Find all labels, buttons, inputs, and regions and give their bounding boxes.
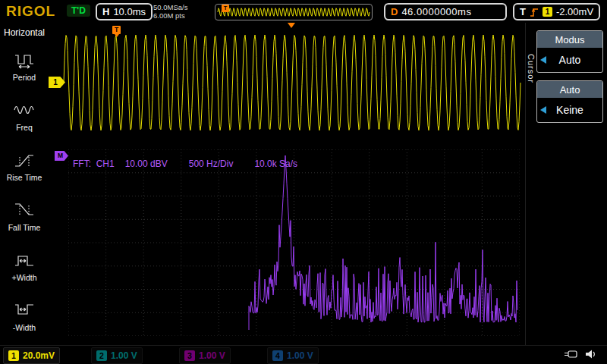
menu-item-label: -Width <box>13 323 36 332</box>
left-sidebar: Horizontal Period Freq Rise <box>0 23 49 345</box>
channel-2-status[interactable]: 2 1.00 V <box>91 347 143 364</box>
memory-depth: 6.00M pts <box>153 11 187 20</box>
channel-4-scale: 1.00 V <box>287 350 313 361</box>
rise-time-icon <box>13 151 36 169</box>
channel-3-badge: 3 <box>184 350 195 361</box>
fft-sample-rate: 10.0k Sa/s <box>254 158 297 169</box>
freq-icon <box>13 101 36 119</box>
fft-plot <box>68 149 520 336</box>
menu-item-label: Fall Time <box>8 223 41 232</box>
math-channel-marker[interactable]: M <box>55 151 68 161</box>
softkey-header: Auto <box>537 81 602 98</box>
waveform-thumbnail[interactable]: T <box>215 4 373 20</box>
softkey-header: Modus <box>537 31 602 48</box>
channel-1-scale: 20.0mV <box>23 350 55 361</box>
trigger-position-indicator[interactable] <box>288 23 295 28</box>
plus-width-icon <box>13 251 36 269</box>
menu-item-label: +Width <box>12 273 37 282</box>
delay-value: 46.0000000ms <box>401 6 471 17</box>
ch1-waveform <box>49 23 525 144</box>
delay-box[interactable]: D 46.0000000ms <box>384 3 507 20</box>
channel-4-status[interactable]: 4 1.00 V <box>267 347 319 364</box>
channel-2-scale: 1.00 V <box>111 350 137 361</box>
selection-arrow-icon <box>540 56 546 64</box>
channel-1-status[interactable]: 1 20.0mV <box>3 347 60 364</box>
menu-item-rise-time[interactable]: Rise Time <box>0 141 49 191</box>
selection-arrow-icon <box>540 106 546 114</box>
trigger-status-badge: T'D <box>67 5 90 17</box>
h-label: H <box>102 6 109 17</box>
t-label: T <box>520 6 526 17</box>
period-icon <box>13 51 36 69</box>
thumbnail-waveform <box>216 5 371 19</box>
status-icons <box>563 348 596 360</box>
channel-1-badge: 1 <box>8 350 19 361</box>
softkey-value: Auto <box>559 54 581 66</box>
trigger-level-marker[interactable]: T <box>112 26 121 34</box>
fft-scale: 10.00 dBV <box>125 158 168 169</box>
left-menu-title: Horizontal <box>0 23 49 38</box>
fft-settings-label: FFT: CH1 10.00 dBV 500 Hz/Div 10.0k Sa/s <box>73 158 297 169</box>
timebase-value: 10.0ms <box>113 6 146 17</box>
channel-3-scale: 1.00 V <box>199 350 225 361</box>
minus-width-icon <box>13 301 36 319</box>
right-sidebar: Cursor Modus Auto Auto Keine <box>525 23 607 345</box>
menu-item-label: Period <box>13 73 36 82</box>
top-bar: RIGOL T'D H 10.0ms 50.0MSa/s 6.00M pts T… <box>0 0 607 24</box>
usb-icon <box>563 349 578 359</box>
channel-4-badge: 4 <box>272 350 283 361</box>
fft-hdiv: 500 Hz/Div <box>189 158 234 169</box>
measure-menu: Period Freq Rise Time Fal <box>0 41 49 341</box>
d-label: D <box>391 6 398 17</box>
softkey-value: Keine <box>556 104 583 116</box>
menu-item-freq[interactable]: Freq <box>0 91 49 141</box>
softkey-auto[interactable]: Auto Keine <box>536 80 603 123</box>
menu-item-plus-width[interactable]: +Width <box>0 241 49 291</box>
fall-time-icon <box>13 201 36 219</box>
menu-item-period[interactable]: Period <box>0 41 49 91</box>
menu-item-minus-width[interactable]: -Width <box>0 291 49 341</box>
trigger-position-marker[interactable]: T <box>222 5 229 12</box>
fft-display: M FFT: CH1 10.00 dBV 500 Hz/Div 10.0k Sa… <box>49 144 525 345</box>
trigger-level-value: -2.00mV <box>556 6 593 17</box>
channel-3-status[interactable]: 3 1.00 V <box>179 347 231 364</box>
cursor-menu-tab[interactable]: Cursor <box>526 42 536 96</box>
trigger-box[interactable]: T 1 -2.00mV <box>513 3 600 20</box>
trigger-edge-icon <box>530 7 539 17</box>
waveform-display: 1 T <box>49 23 525 144</box>
channel-2-badge: 2 <box>96 350 107 361</box>
menu-item-label: Freq <box>16 123 33 132</box>
oscilloscope-screen: RIGOL T'D H 10.0ms 50.0MSa/s 6.00M pts T… <box>0 0 607 364</box>
fft-source: FFT: CH1 <box>73 158 115 169</box>
timebase-box[interactable]: H 10.0ms <box>96 3 153 20</box>
rigol-logo: RIGOL <box>6 3 55 20</box>
softkey-modus[interactable]: Modus Auto <box>536 30 603 73</box>
speaker-icon <box>584 348 596 360</box>
bottom-bar: 1 20.0mV 2 1.00 V 3 1.00 V 4 1.00 V <box>0 345 607 364</box>
sample-rate: 50.0MSa/s <box>153 3 187 11</box>
sample-rate-info: 50.0MSa/s 6.00M pts <box>153 3 187 20</box>
menu-item-fall-time[interactable]: Fall Time <box>0 191 49 241</box>
trigger-source-badge: 1 <box>543 7 552 17</box>
menu-item-label: Rise Time <box>7 173 42 182</box>
